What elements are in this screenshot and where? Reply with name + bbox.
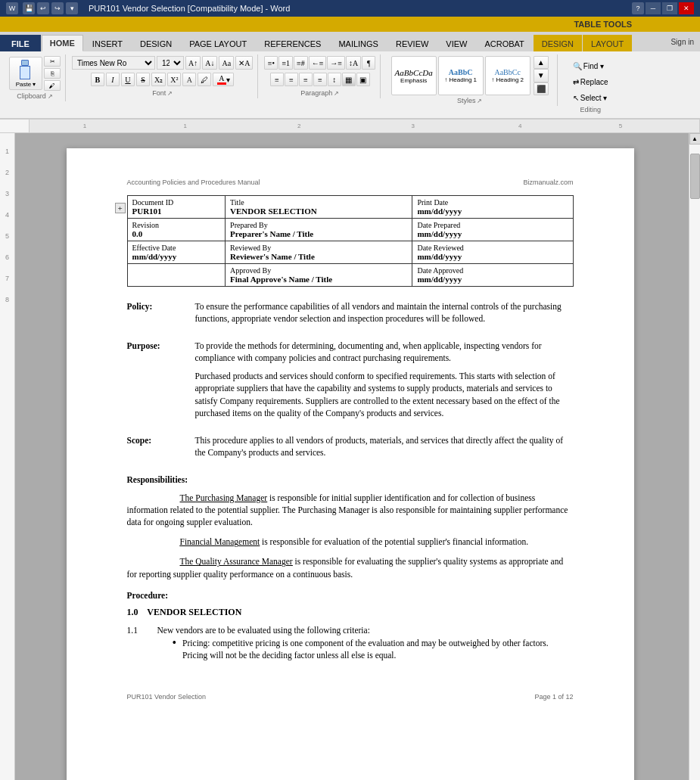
undo-icon[interactable]: ↩ (37, 2, 49, 14)
text-effects-button[interactable]: A (182, 73, 196, 86)
borders-button[interactable]: ▣ (356, 73, 370, 86)
subscript-button[interactable]: X₂ (151, 73, 166, 86)
tab-home[interactable]: HOME (42, 35, 83, 51)
scroll-track[interactable] (689, 145, 701, 780)
underline-button[interactable]: U (121, 73, 135, 86)
effective-date-cell[interactable]: Effective Date mm/dd/yyyy (127, 241, 226, 264)
procedure-section: Procedure: 1.0 VENDOR SELECTION 1.1 New … (127, 589, 574, 666)
save-icon[interactable]: 💾 (23, 2, 35, 14)
reviewed-by-cell[interactable]: Reviewed By Reviewer's Name / Title (226, 241, 412, 264)
sign-in-link[interactable]: Sign in (664, 38, 700, 46)
style-heading2[interactable]: AaBbCc ↑ Heading 2 (485, 56, 530, 95)
styles-expand-button[interactable]: ⬛ (534, 82, 549, 95)
help-icon[interactable]: ? (632, 2, 644, 14)
scroll-thumb[interactable] (690, 154, 700, 199)
tab-mailings[interactable]: MAILINGS (330, 35, 387, 51)
minimize-button[interactable]: ─ (646, 2, 661, 14)
text-highlight-button[interactable]: 🖊 (198, 73, 211, 86)
date-approved-cell[interactable]: Date Approved mm/dd/yyyy (412, 264, 573, 287)
style-emphasis[interactable]: AaBbCcDa Emphasis (391, 56, 437, 95)
cut-button[interactable]: ✂ (44, 56, 61, 67)
bullet-item-pricing: • Pricing: competitive pricing is one co… (173, 637, 574, 661)
grow-font-button[interactable]: A↑ (185, 56, 201, 70)
decrease-indent-button[interactable]: ←≡ (309, 56, 327, 70)
bullets-button[interactable]: ≡• (264, 56, 278, 70)
change-case-button[interactable]: Aa (219, 56, 234, 70)
tab-review[interactable]: REVIEW (387, 35, 437, 51)
strikethrough-button[interactable]: S (136, 73, 150, 86)
clipboard-expand-icon[interactable]: ↗ (48, 93, 53, 100)
font-expand-icon[interactable]: ↗ (167, 90, 173, 97)
policy-text: To ensure the performance capabilities o… (195, 300, 574, 325)
italic-button[interactable]: I (106, 73, 120, 86)
resp-item-financial: Financial Management is responsible for … (127, 536, 574, 548)
font-color-button[interactable]: A▾ (213, 73, 234, 86)
align-left-button[interactable]: ≡ (270, 73, 284, 86)
document-page[interactable]: Accounting Policies and Procedures Manua… (67, 148, 634, 780)
numbering-button[interactable]: ≡1 (278, 56, 293, 70)
customize-icon[interactable]: ▾ (66, 2, 78, 14)
prepared-by-cell[interactable]: Prepared By Preparer's Name / Title (226, 219, 412, 241)
line-spacing-button[interactable]: ↕ (328, 73, 341, 86)
align-right-button[interactable]: ≡ (299, 73, 313, 86)
tab-insert[interactable]: INSERT (84, 35, 131, 51)
shading-button[interactable]: ▦ (342, 73, 356, 86)
style-heading1[interactable]: AaBbC ↑ Heading 1 (438, 56, 484, 95)
styles-scroll-up-button[interactable]: ▲ (534, 56, 549, 69)
paragraph-expand-icon[interactable]: ↗ (334, 90, 339, 97)
tab-references[interactable]: REFERENCES (256, 35, 329, 51)
format-painter-button[interactable]: 🖌 (44, 80, 61, 91)
find-button[interactable]: 🔍 Find ▾ (569, 59, 608, 73)
clear-format-button[interactable]: ✕A (235, 56, 253, 70)
align-center-button[interactable]: ≡ (285, 73, 298, 86)
bold-button[interactable]: B (91, 73, 104, 86)
proc-content-1-1: New vendors are to be evaluated using th… (157, 624, 574, 665)
revision-cell[interactable]: Revision 0.0 (127, 219, 226, 241)
prepared-by-label: Prepared By (230, 221, 407, 229)
superscript-button[interactable]: X² (167, 73, 181, 86)
copy-button[interactable]: ⎘ (44, 68, 61, 79)
document-body[interactable]: Policy: To ensure the performance capabi… (127, 300, 574, 666)
increase-indent-button[interactable]: →≡ (327, 56, 345, 70)
scope-text: This procedure applies to all vendors of… (195, 434, 574, 458)
title-bar: W 💾 ↩ ↪ ▾ PUR101 Vendor Selection [Compa… (0, 0, 700, 17)
restore-button[interactable]: ❐ (662, 2, 677, 14)
font-size-select[interactable]: 12 (157, 56, 184, 70)
styles-scroll-down-button[interactable]: ▼ (534, 69, 549, 82)
styles-expand-icon[interactable]: ↗ (477, 98, 482, 104)
font-name-select[interactable]: Times New Ro (72, 56, 155, 70)
doc-id-cell[interactable]: Document ID PUR101 (127, 196, 226, 219)
title-label: Title (230, 198, 407, 207)
paragraph-align-row: ≡ ≡ ≡ ≡ ↕ ▦ ▣ (270, 73, 370, 86)
tab-design[interactable]: DESIGN (132, 35, 180, 51)
replace-button[interactable]: ⇄ Replace (569, 75, 612, 89)
page-container[interactable]: Accounting Policies and Procedures Manua… (15, 133, 689, 780)
tab-acrobat[interactable]: ACROBAT (476, 35, 532, 51)
close-button[interactable]: ✕ (679, 2, 694, 14)
tab-table-design[interactable]: DESIGN (534, 35, 582, 51)
ruler-mark-8: 8 (5, 289, 9, 310)
show-marks-button[interactable]: ¶ (362, 56, 375, 70)
multilevel-list-button[interactable]: ≡# (294, 56, 308, 70)
print-date-cell[interactable]: Print Date mm/dd/yyyy (412, 196, 573, 219)
page-footer: PUR101 Vendor Selection Page 1 of 12 (127, 688, 574, 701)
redo-icon[interactable]: ↪ (51, 2, 64, 14)
justify-button[interactable]: ≡ (313, 73, 327, 86)
approved-by-cell[interactable]: Approved By Final Approve's Name / Title (226, 264, 412, 287)
date-reviewed-cell[interactable]: Date Reviewed mm/dd/yyyy (412, 241, 573, 264)
tab-table-layout[interactable]: LAYOUT (583, 35, 632, 51)
vertical-scrollbar[interactable]: ▲ ▼ (689, 133, 700, 780)
title-cell[interactable]: Title VENDOR SELECTION (226, 196, 412, 219)
shrink-font-button[interactable]: A↓ (202, 56, 217, 70)
table-add-button[interactable]: + (115, 203, 126, 213)
effective-date-value: mm/dd/yyyy (132, 252, 221, 261)
tab-view[interactable]: VIEW (437, 35, 475, 51)
paste-button[interactable]: Paste ▾ (9, 57, 42, 90)
tab-page-layout[interactable]: PAGE LAYOUT (181, 35, 255, 51)
date-prepared-cell[interactable]: Date Prepared mm/dd/yyyy (412, 219, 573, 241)
scroll-up-button[interactable]: ▲ (689, 133, 701, 145)
select-button[interactable]: ↖ Select ▾ (569, 91, 611, 104)
sort-button[interactable]: ↕A (346, 56, 361, 70)
tab-file[interactable]: FILE (0, 35, 41, 51)
styles-group: AaBbCcDa Emphasis AaBbC ↑ Heading 1 AaBb… (384, 54, 558, 106)
